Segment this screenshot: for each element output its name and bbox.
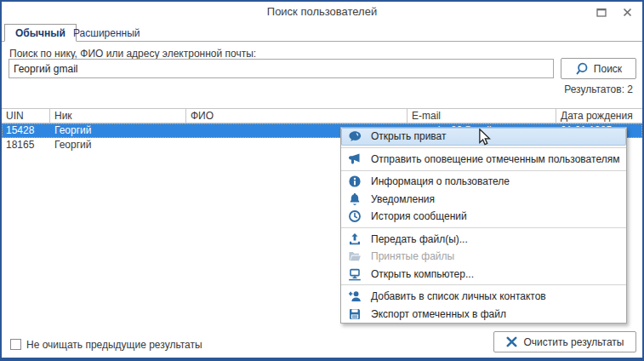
received-files-folder-icon xyxy=(348,249,362,263)
column-header-birthdate[interactable]: Дата рождения xyxy=(556,109,642,123)
menu-separator xyxy=(341,170,626,171)
search-button-label: Поиск xyxy=(594,63,622,75)
search-label: Поиск по нику, ФИО или адресу электронно… xyxy=(9,48,256,60)
column-header-uin[interactable]: UIN xyxy=(2,109,50,123)
search-input[interactable] xyxy=(9,59,554,78)
keep-results-checkbox[interactable] xyxy=(10,339,21,350)
menu-item-label: Принятые файлы xyxy=(371,250,454,262)
tab-advanced-label: Расширенный xyxy=(73,27,140,39)
menu-item-received-files[interactable]: Принятые файлы xyxy=(341,248,626,266)
bell-icon xyxy=(348,192,362,206)
tab-advanced[interactable]: Расширенный xyxy=(63,24,151,42)
menu-item-label: Отправить оповещение отмеченным пользова… xyxy=(371,153,619,165)
menu-item-label: Экспорт отмеченных в файл xyxy=(371,308,506,320)
menu-separator xyxy=(341,284,626,285)
context-menu: Открыть приват Отправить оповещение отме… xyxy=(340,127,627,324)
cell-uin: 15428 xyxy=(2,123,50,138)
menu-item-user-info[interactable]: Информация о пользователе xyxy=(341,173,626,191)
close-icon xyxy=(623,8,632,17)
menu-separator xyxy=(341,227,626,228)
maximize-button[interactable] xyxy=(595,5,608,19)
add-contact-icon xyxy=(348,289,362,303)
search-button[interactable]: Поиск xyxy=(561,58,636,79)
chat-bubble-icon xyxy=(348,129,362,143)
menu-item-label: История сообщений xyxy=(371,210,467,222)
megaphone-icon xyxy=(348,152,362,166)
column-header-email[interactable]: E-mail xyxy=(407,109,556,123)
menu-item-send-notice[interactable]: Отправить оповещение отмеченным пользова… xyxy=(341,151,626,169)
tab-standard-label: Обычный xyxy=(15,27,66,39)
computer-icon xyxy=(348,267,362,281)
cell-nick: Георгий xyxy=(50,123,186,138)
menu-item-message-history[interactable]: История сообщений xyxy=(341,208,626,226)
menu-separator xyxy=(341,147,626,148)
menu-item-label: Передать файл(ы)... xyxy=(371,233,468,245)
history-clock-icon xyxy=(348,209,362,223)
menu-item-export[interactable]: Экспорт отмеченных в файл xyxy=(341,305,626,323)
send-file-icon xyxy=(348,232,362,246)
cell-uin: 18165 xyxy=(2,138,50,152)
menu-item-add-contact[interactable]: Добавить в список личных контактов xyxy=(341,288,626,306)
column-header-fio[interactable]: ФИО xyxy=(186,109,407,123)
window-controls xyxy=(595,2,634,22)
results-count: Результатов: 2 xyxy=(564,83,633,95)
menu-item-label: Информация о пользователе xyxy=(371,175,510,187)
menu-item-open-private[interactable]: Открыть приват xyxy=(341,128,626,146)
menu-item-send-files[interactable]: Передать файл(ы)... xyxy=(341,230,626,248)
column-header-nick[interactable]: Ник xyxy=(50,109,186,123)
export-save-icon xyxy=(348,307,362,321)
menu-item-notifications[interactable]: Уведомления xyxy=(341,191,626,209)
keep-results-label: Не очищать предыдущие результаты xyxy=(26,339,202,351)
maximize-icon xyxy=(596,8,607,17)
table-header: UIN Ник ФИО E-mail Дата рождения xyxy=(2,108,642,123)
info-icon xyxy=(348,175,362,188)
titlebar: Поиск пользователей xyxy=(2,2,642,22)
magnifier-icon xyxy=(575,62,589,76)
user-search-window: Поиск пользователей Обычный Расширенный … xyxy=(0,0,644,361)
menu-item-label: Открыть приват xyxy=(371,130,446,142)
menu-item-open-computer[interactable]: Открыть компьютер... xyxy=(341,265,626,283)
cell-nick: Георгий xyxy=(50,138,186,152)
menu-item-label: Открыть компьютер... xyxy=(371,268,474,280)
clear-results-label: Очистить результаты xyxy=(524,336,624,348)
menu-item-label: Уведомления xyxy=(371,193,435,205)
clear-results-button[interactable]: Очистить результаты xyxy=(493,331,636,352)
close-button[interactable] xyxy=(620,5,634,19)
menu-item-label: Добавить в список личных контактов xyxy=(371,290,546,302)
clear-x-icon xyxy=(506,336,517,347)
window-title: Поиск пользователей xyxy=(2,5,642,18)
